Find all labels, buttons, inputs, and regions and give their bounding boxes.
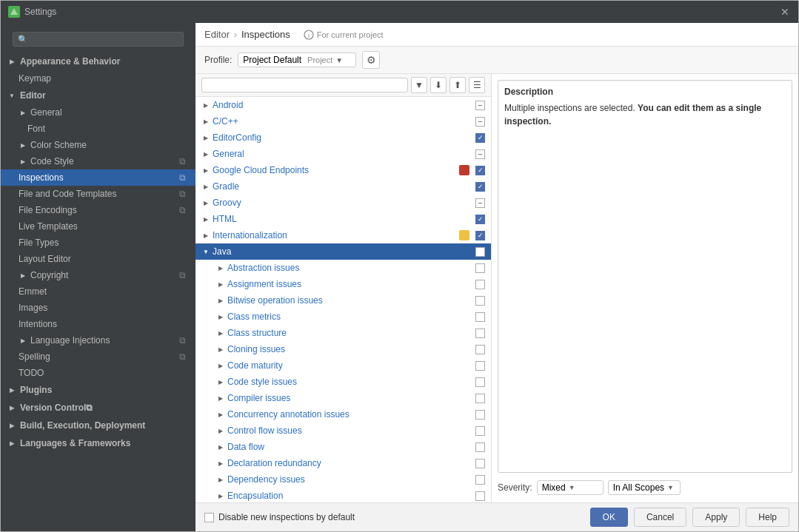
expand-all-button[interactable]: ⬇ [430,77,447,93]
tree-item-cpp[interactable]: ▶ C/C++ [195,113,491,129]
sidebar-item-font[interactable]: Font [1,121,195,137]
tree-item-control-flow[interactable]: ▶ Control flow issues [195,422,491,439]
tree-item-groovy[interactable]: ▶ Groovy [195,195,491,211]
cancel-button[interactable]: Cancel [634,508,686,527]
tree-item-checkbox[interactable] [475,410,485,420]
help-button[interactable]: Help [746,508,789,527]
sidebar-item-appearance[interactable]: ▶ Appearance & Behavior [1,53,195,70]
tree-item-encapsulation[interactable]: ▶ Encapsulation [195,488,491,502]
sidebar-item-inspections[interactable]: Inspections ⧉ [1,169,195,186]
tree-item-class-metrics[interactable]: ▶ Class metrics [195,309,491,325]
tree-item-android[interactable]: ▶ Android [195,97,491,113]
sidebar-item-layout-editor[interactable]: Layout Editor [1,251,195,267]
tree-item-class-structure[interactable]: ▶ Class structure [195,325,491,341]
scope-dropdown[interactable]: In All Scopes ▼ [608,480,681,495]
tree-search-input[interactable] [201,78,408,92]
tree-item-checkbox[interactable] [475,329,485,338]
sidebar-item-version-control[interactable]: ▶ Version Control ⧉ [1,399,195,417]
tree-item-checkbox[interactable] [475,117,485,127]
tree-item-gradle[interactable]: ▶ Gradle [195,178,491,195]
tree-item-internationalization[interactable]: ▶ Internationalization [195,227,491,243]
tree-item-checkbox[interactable] [475,475,485,485]
tree-item-checkbox[interactable] [475,101,485,110]
sidebar-item-general[interactable]: ▶ General [1,104,195,121]
tree-item-checkbox[interactable] [475,442,485,452]
tree-item-java[interactable]: ▼ Java [195,243,491,260]
tree-item-checkbox[interactable] [475,133,485,143]
tree-item-abstraction[interactable]: ▶ Abstraction issues [195,260,491,276]
tree-item-code-style[interactable]: ▶ Code style issues [195,374,491,390]
tree-item-html[interactable]: ▶ HTML [195,211,491,227]
tree-item-checkbox[interactable] [475,215,485,224]
tree-item-cloning[interactable]: ▶ Cloning issues [195,341,491,357]
sidebar-item-file-code-templates[interactable]: File and Code Templates ⧉ [1,186,195,202]
tree-item-checkbox[interactable] [475,231,485,240]
sidebar-item-emmet[interactable]: Emmet [1,283,195,300]
tree-toolbar: ▼ ⬇ ⬆ ☰ [195,74,491,97]
sidebar-item-languages-frameworks[interactable]: ▶ Languages & Frameworks [1,434,195,452]
sidebar-item-file-types[interactable]: File Types [1,235,195,251]
tree-item-checkbox[interactable] [475,166,485,175]
gear-button[interactable]: ⚙ [362,51,380,69]
sidebar: ▶ Appearance & Behavior Keymap ▼ Editor … [1,23,195,531]
tree-item-editorconfig[interactable]: ▶ EditorConfig [195,129,491,146]
tree-item-checkbox[interactable] [475,247,485,257]
tree-item-checkbox[interactable] [475,149,485,159]
tree-item-checkbox[interactable] [475,491,485,501]
tree-item-assignment[interactable]: ▶ Assignment issues [195,276,491,292]
sidebar-item-code-style[interactable]: ▶ Code Style ⧉ [1,153,195,169]
sidebar-item-keymap[interactable]: Keymap [1,70,195,87]
expand-tri-icon: ▶ [216,410,225,419]
group-button[interactable]: ☰ [469,77,485,93]
sidebar-item-file-encodings[interactable]: File Encodings ⧉ [1,202,195,218]
tree-item-data-flow[interactable]: ▶ Data flow [195,439,491,455]
sidebar-search-input[interactable] [13,32,184,47]
tree-item-compiler[interactable]: ▶ Compiler issues [195,390,491,406]
sidebar-item-editor[interactable]: ▼ Editor [1,87,195,104]
disable-inspections-checkbox[interactable] [204,513,214,522]
sidebar-item-label: Languages & Frameworks [20,438,130,448]
sidebar-item-label: File Encodings [19,205,179,215]
tree-item-checkbox[interactable] [475,377,485,387]
expand-tri-icon: ▶ [201,101,210,110]
tree-item-checkbox[interactable] [475,361,485,371]
tree-item-decl-redundancy[interactable]: ▶ Declaration redundancy [195,455,491,471]
tree-item-code-maturity[interactable]: ▶ Code maturity [195,357,491,374]
sidebar-item-build-execution[interactable]: ▶ Build, Execution, Deployment [1,417,195,434]
tree-item-google-cloud[interactable]: ▶ Google Cloud Endpoints [195,162,491,178]
content-area: ▶ Appearance & Behavior Keymap ▼ Editor … [1,23,798,531]
sidebar-item-images[interactable]: Images [1,300,195,316]
tree-item-checkbox[interactable] [475,345,485,354]
close-button[interactable]: ✕ [779,6,791,18]
sidebar-item-plugins[interactable]: ▶ Plugins [1,381,195,399]
ok-button[interactable]: OK [590,508,628,527]
tree-item-dependency[interactable]: ▶ Dependency issues [195,471,491,488]
window-title: Settings [24,7,56,17]
tree-item-checkbox[interactable] [475,459,485,468]
tree-item-checkbox[interactable] [475,280,485,289]
sidebar-item-color-scheme[interactable]: ▶ Color Scheme [1,137,195,153]
sidebar-item-intentions[interactable]: Intentions [1,316,195,332]
tree-item-checkbox[interactable] [475,312,485,322]
filter-button[interactable]: ▼ [411,77,427,93]
tree-item-checkbox[interactable] [475,426,485,436]
sidebar-item-spelling[interactable]: Spelling ⧉ [1,349,195,365]
tree-item-general[interactable]: ▶ General [195,146,491,162]
sidebar-item-live-templates[interactable]: Live Templates [1,218,195,235]
expand-tri-icon: ▶ [201,182,210,191]
tree-item-checkbox[interactable] [475,394,485,403]
collapse-all-button[interactable]: ⬆ [449,77,466,93]
tree-item-checkbox[interactable] [475,296,485,306]
tree-item-checkbox[interactable] [475,263,485,273]
tree-item-checkbox[interactable] [475,198,485,208]
apply-button[interactable]: Apply [692,508,740,527]
sidebar-item-language-injections[interactable]: ▶ Language Injections ⧉ [1,332,195,349]
sidebar-item-todo[interactable]: TODO [1,365,195,381]
tree-item-concurrency[interactable]: ▶ Concurrency annotation issues [195,406,491,422]
tree-item-label: Class metrics [227,312,472,322]
tree-item-bitwise[interactable]: ▶ Bitwise operation issues [195,292,491,309]
profile-dropdown[interactable]: Project Default Project ▼ [238,53,356,67]
severity-dropdown[interactable]: Mixed ▼ [537,480,604,495]
sidebar-item-copyright[interactable]: ▶ Copyright ⧉ [1,267,195,283]
tree-item-checkbox[interactable] [475,182,485,192]
